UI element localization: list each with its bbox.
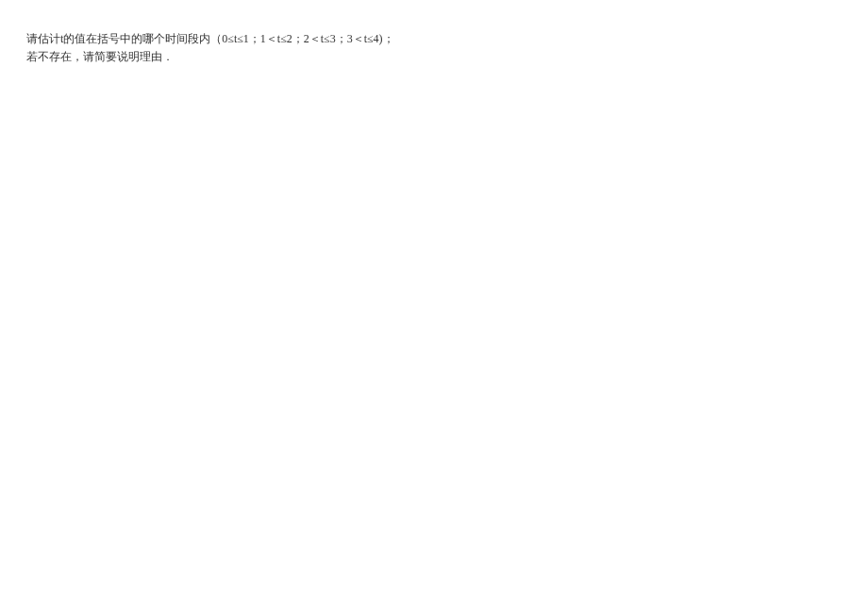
document-content: 请估计t的值在括号中的哪个时间段内（0≤t≤1；1＜t≤2；2＜t≤3；3＜t≤…	[0, 0, 868, 96]
text-line-2: 若不存在，请简要说明理由．	[26, 48, 842, 66]
text-line-1: 请估计t的值在括号中的哪个时间段内（0≤t≤1；1＜t≤2；2＜t≤3；3＜t≤…	[26, 30, 842, 48]
